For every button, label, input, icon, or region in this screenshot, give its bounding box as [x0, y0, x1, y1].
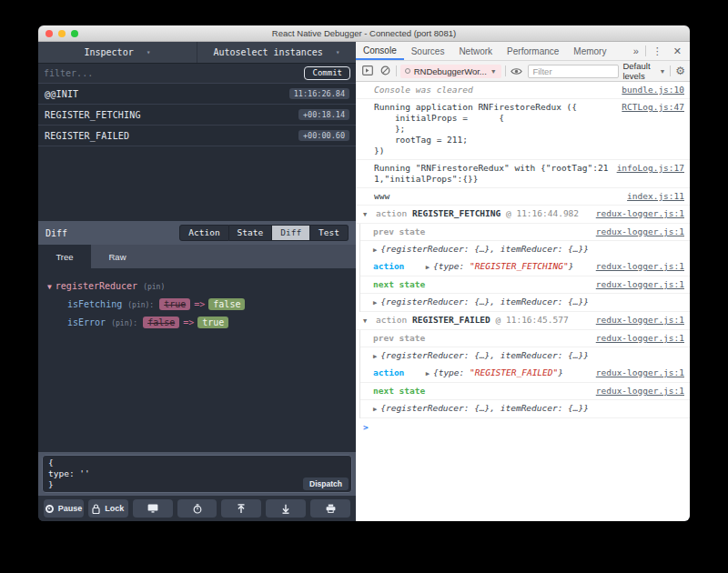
gear-icon[interactable]: ⚙	[675, 65, 685, 77]
object-preview: {registerReducer: {…}, itemReducer: {…}}	[380, 244, 589, 254]
window-title: React Native Debugger - Connected (port …	[272, 28, 456, 38]
tree-key: isError	[67, 317, 106, 327]
monitor-select-dropdown[interactable]: Inspector ▾	[38, 42, 197, 63]
console-message: prev state redux-logger.js:1	[360, 224, 690, 241]
upload-icon	[237, 504, 246, 514]
action-name: REGISTER_FETCHING	[45, 110, 298, 120]
more-tabs-icon[interactable]: »	[629, 45, 643, 56]
console-log-area: Console was cleared bundle.js:10 Running…	[356, 82, 690, 521]
print-button[interactable]	[310, 499, 350, 518]
minimize-window-button[interactable]	[58, 30, 66, 37]
triangle-expanded-icon[interactable]: ▼	[363, 211, 367, 218]
devtools-menu-icon[interactable]: ⋮	[648, 45, 667, 57]
message-text: www	[374, 191, 620, 202]
tab-network[interactable]: Network	[451, 42, 500, 60]
diff-section-header: Diff Action State Diff Test	[38, 221, 356, 245]
tab-memory[interactable]: Memory	[566, 42, 613, 60]
pause-label: Pause	[58, 504, 83, 513]
mode-state-button[interactable]: State	[229, 225, 273, 241]
dispatch-button[interactable]: Dispatch	[303, 478, 349, 491]
triangle-collapsed-icon[interactable]: ▶	[373, 406, 377, 413]
mode-action-button[interactable]: Action	[179, 225, 228, 241]
message-text: Console was cleared	[374, 85, 614, 96]
mode-test-button[interactable]: Test	[310, 225, 349, 241]
console-sidebar-toggle-icon[interactable]	[360, 63, 375, 79]
source-link[interactable]: index.js:11	[627, 191, 684, 202]
pin-link[interactable]: (pin)	[143, 283, 165, 291]
source-link[interactable]: infoLog.js:17	[617, 163, 684, 174]
action-list-item[interactable]: @@INIT 11:16:26.84	[38, 84, 356, 105]
group-action-name: REGISTER_FAILED	[412, 315, 490, 325]
eye-icon[interactable]	[509, 63, 524, 79]
console-filter-input[interactable]	[528, 65, 619, 78]
triangle-collapsed-icon[interactable]: ▶	[426, 370, 430, 377]
tree-change-row: isFetching (pin): true=>false	[47, 296, 347, 314]
chevron-down-icon: ▾	[147, 48, 151, 56]
source-link[interactable]: redux-logger.js:1	[596, 333, 684, 344]
action-list-item[interactable]: REGISTER_FETCHING +00:18.14	[38, 105, 356, 126]
instance-select-label: Autoselect instances	[213, 47, 322, 57]
action-label: action	[373, 261, 420, 272]
console-group-header[interactable]: ▼ action REGISTER_FAILED @ 11:16:45.577 …	[356, 312, 690, 330]
pin-link[interactable]: (pin):	[127, 301, 154, 309]
tab-raw[interactable]: Raw	[91, 245, 144, 268]
action-filter-row: Commit	[38, 64, 356, 84]
tab-sources[interactable]: Sources	[404, 42, 452, 60]
triangle-expanded-icon[interactable]: ▼	[363, 317, 367, 325]
source-link[interactable]: bundle.js:10	[622, 85, 684, 96]
log-levels-dropdown[interactable]: Default levels ▼	[622, 61, 665, 81]
inspector-header: Inspector ▾ Autoselect instances ▾	[38, 42, 356, 64]
divider	[396, 65, 397, 76]
console-message: Running application RNFirestoreRedux ({ …	[356, 99, 690, 160]
triangle-collapsed-icon[interactable]: ▶	[373, 246, 377, 254]
execution-context-selector[interactable]: RNDebuggerWor... ▼	[400, 65, 501, 78]
console-message: next state redux-logger.js:1	[360, 383, 690, 400]
triangle-collapsed-icon[interactable]: ▶	[373, 353, 377, 360]
printer-icon	[326, 504, 336, 513]
mode-diff-button[interactable]: Diff	[272, 225, 310, 241]
divider	[645, 45, 646, 56]
tab-console[interactable]: Console	[356, 42, 404, 60]
triangle-collapsed-icon[interactable]: ▶	[426, 264, 430, 271]
traffic-lights	[46, 30, 78, 37]
source-link[interactable]: RCTLog.js:47	[622, 102, 684, 113]
stopwatch-button[interactable]	[177, 499, 217, 518]
export-state-button[interactable]	[221, 499, 261, 518]
action-preview-open: {type:	[433, 367, 470, 377]
source-link[interactable]: redux-logger.js:1	[596, 261, 684, 272]
lock-changes-button[interactable]: Lock	[88, 499, 128, 518]
title-bar[interactable]: React Native Debugger - Connected (port …	[38, 25, 690, 42]
old-value-badge: true	[159, 298, 190, 310]
console-group-header[interactable]: ▼ action REGISTER_FETCHING @ 11:16:44.98…	[356, 206, 690, 224]
instance-select-dropdown[interactable]: Autoselect instances ▾	[197, 42, 356, 63]
close-devtools-icon[interactable]: ✕	[669, 45, 686, 57]
source-link[interactable]: redux-logger.js:1	[596, 367, 684, 378]
import-state-button[interactable]	[266, 499, 306, 518]
tab-performance[interactable]: Performance	[500, 42, 566, 60]
commit-button[interactable]: Commit	[304, 66, 350, 80]
triangle-collapsed-icon[interactable]: ▶	[373, 299, 377, 307]
stopwatch-icon	[193, 504, 202, 514]
group-timestamp: @ 11:16:44.982	[506, 208, 579, 218]
pause-recording-button[interactable]: Pause	[44, 499, 84, 518]
arrow-icon: =>	[194, 299, 205, 309]
zoom-window-button[interactable]	[71, 30, 78, 37]
clear-console-icon[interactable]	[379, 63, 392, 79]
console-input-prompt[interactable]: >	[356, 418, 690, 436]
tab-tree[interactable]: Tree	[38, 245, 91, 268]
action-list-item[interactable]: REGISTER_FAILED +00:00.60	[38, 126, 356, 146]
pin-link[interactable]: (pin):	[111, 319, 137, 327]
tree-root-row[interactable]: ▼registerReducer (pin)	[47, 277, 347, 296]
chevron-down-icon: ▾	[336, 48, 340, 56]
toggle-slider-button[interactable]	[133, 499, 173, 518]
object-preview-row: ▶{registerReducer: {…}, itemReducer: {…}…	[360, 294, 690, 312]
source-link[interactable]: redux-logger.js:1	[596, 386, 684, 397]
action-filter-input[interactable]	[44, 68, 304, 78]
source-link[interactable]: redux-logger.js:1	[596, 315, 684, 326]
source-link[interactable]: redux-logger.js:1	[596, 208, 684, 219]
close-window-button[interactable]	[46, 30, 53, 37]
source-link[interactable]: redux-logger.js:1	[596, 226, 684, 237]
bottom-toolbar: Pause Lock	[38, 496, 356, 521]
source-link[interactable]: redux-logger.js:1	[596, 279, 684, 290]
lock-icon	[92, 504, 100, 514]
